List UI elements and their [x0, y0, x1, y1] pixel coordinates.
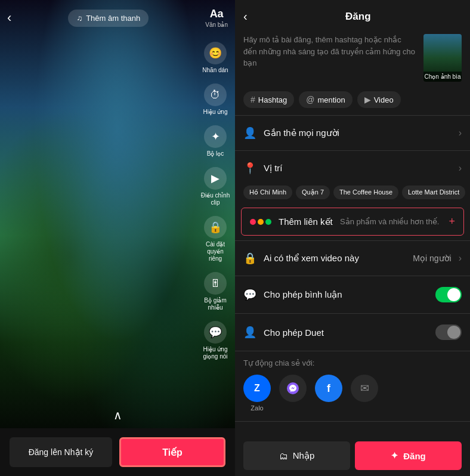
- tool-bo-loc[interactable]: ✦ Bộ lọc: [204, 125, 227, 157]
- tag-people-row[interactable]: 👤 Gắn thẻ mọi người ›: [235, 118, 470, 148]
- next-button[interactable]: Tiếp: [119, 437, 225, 467]
- cover-thumbnail[interactable]: Chọn ảnh bìa: [423, 34, 462, 82]
- bo-loc-icon: ✦: [204, 125, 227, 148]
- hashtag-label: Hashtag: [258, 95, 287, 104]
- arrow-right-icon-2: ›: [459, 163, 462, 174]
- left-bottom-bar: Đăng lên Nhật ký Tiếp: [0, 428, 235, 476]
- hieu-ung-giong-icon: 💬: [204, 321, 227, 344]
- duet-icon: 👤: [243, 326, 256, 339]
- tool-hieu-ung[interactable]: ⏱ Hiệu ứng: [203, 84, 228, 116]
- cai-dat-icon: 🔒: [204, 216, 227, 239]
- mention-chip[interactable]: @ mention: [299, 91, 352, 108]
- divider-2: [235, 150, 470, 151]
- tag-people-label: Gắn thẻ mọi người: [264, 128, 452, 138]
- music-icon: ♫: [76, 14, 82, 23]
- right-panel: ‹ Đăng Hãy mô tả bài đăng, thêm hashtag …: [235, 0, 470, 476]
- mention-icon: @: [306, 95, 314, 104]
- tool-nhan-dan[interactable]: 😊 Nhãn dán: [202, 42, 228, 74]
- share-icons-row: Z Zalo f ✉: [235, 370, 470, 419]
- location-row[interactable]: 📍 Vị trí ›: [235, 153, 470, 183]
- draft-label: Nhập: [293, 450, 315, 461]
- arrow-right-icon: ›: [459, 128, 462, 138]
- toggle-thumb: [447, 288, 460, 301]
- chip-hcm[interactable]: Hồ Chí Minh: [243, 186, 292, 199]
- add-audio-label: Thêm âm thanh: [86, 14, 140, 23]
- dot-green: [265, 219, 271, 225]
- text-tool-button[interactable]: Aa Văn bản: [205, 8, 228, 28]
- diary-button[interactable]: Đăng lên Nhật ký: [10, 437, 112, 467]
- video-preview: [0, 0, 235, 428]
- auto-share-label: Tự động chia sẻ với:: [235, 354, 470, 370]
- bo-giam-icon: 🎚: [204, 272, 227, 295]
- bo-loc-label: Bộ lọc: [207, 150, 224, 157]
- scroll-up-arrow[interactable]: ∧: [113, 408, 122, 422]
- post-button[interactable]: ✦ Đăng: [355, 441, 462, 470]
- toggle-off-thumb: [447, 326, 460, 339]
- zalo-icon: Z: [243, 375, 271, 402]
- tag-row: # Hashtag @ mention ▶ Video: [235, 86, 470, 113]
- chip-lotte[interactable]: Lotte Mart District: [402, 186, 465, 199]
- allow-comments-row: 💬 Cho phép bình luận: [235, 279, 470, 311]
- left-top-bar: ‹ ♫ Thêm âm thanh Aa Văn bản: [0, 0, 235, 36]
- link-dots: [250, 219, 271, 225]
- video-icon: ▶: [364, 95, 371, 104]
- save-icon: 🗂: [279, 451, 288, 461]
- video-background: [0, 0, 235, 428]
- nhan-dan-label: Nhãn dán: [202, 67, 228, 74]
- zalo-label: Zalo: [251, 404, 263, 412]
- hashtag-chip[interactable]: # Hashtag: [243, 91, 294, 108]
- right-header: ‹ Đăng: [235, 0, 470, 29]
- tool-dieu-chinh[interactable]: ▶ Điều chỉnh clip: [200, 167, 230, 206]
- add-link-row[interactable]: Thêm liên kết Sản phẩm và nhiều hơn thế.…: [241, 208, 464, 236]
- divider-7: [235, 421, 470, 422]
- chip-q7[interactable]: Quận 7: [296, 186, 330, 199]
- allow-comments-label: Cho phép bình luận: [264, 289, 428, 300]
- divider-4: [235, 276, 470, 276]
- svg-point-0: [287, 382, 299, 394]
- back-button-left[interactable]: ‹: [7, 10, 11, 26]
- who-can-view-value: Mọi người: [413, 254, 451, 263]
- duet-toggle[interactable]: [435, 324, 462, 340]
- location-icon: 📍: [243, 162, 256, 175]
- dot-orange: [258, 219, 264, 225]
- video-label: Video: [374, 95, 394, 104]
- who-can-view-row[interactable]: 🔒 Ai có thể xem video này Mọi người ›: [235, 243, 470, 273]
- post-icon: ✦: [391, 450, 398, 461]
- bo-giam-label: Bộ giảm nhiễu: [200, 297, 230, 311]
- location-label: Vị trí: [264, 163, 452, 174]
- hieu-ung-label: Hiệu ứng: [203, 109, 228, 116]
- link-plus-icon: +: [449, 215, 455, 228]
- share-message[interactable]: ✉: [351, 375, 378, 412]
- cover-label: Chọn ảnh bìa: [423, 72, 462, 82]
- back-button-right[interactable]: ‹: [243, 10, 248, 23]
- tool-hieu-ung-giong[interactable]: 💬 Hiệu ứng giọng nói: [200, 321, 230, 360]
- divider-5: [235, 313, 470, 314]
- share-messenger[interactable]: [279, 375, 307, 412]
- tool-cai-dat[interactable]: 🔒 Cài đặt quyền riêng: [200, 216, 230, 262]
- comments-toggle[interactable]: [435, 287, 462, 302]
- divider-3: [235, 240, 470, 241]
- nhan-dan-icon: 😊: [204, 42, 227, 64]
- share-zalo[interactable]: Z Zalo: [243, 375, 271, 412]
- description-placeholder[interactable]: Hãy mô tả bài đăng, thêm hashtag hoặc nh…: [243, 34, 416, 82]
- arrow-right-icon-3: ›: [459, 253, 462, 264]
- dieu-chinh-icon: ▶: [204, 167, 227, 190]
- description-area: Hãy mô tả bài đăng, thêm hashtag hoặc nh…: [235, 29, 470, 86]
- add-audio-button[interactable]: ♫ Thêm âm thanh: [68, 10, 149, 27]
- hieu-ung-icon: ⏱: [204, 84, 227, 106]
- left-panel: ‹ ♫ Thêm âm thanh Aa Văn bản 😊 Nhãn dán …: [0, 0, 235, 476]
- share-facebook[interactable]: f: [315, 375, 342, 412]
- hieu-ung-giong-label: Hiệu ứng giọng nói: [200, 346, 230, 360]
- post-label: Đăng: [403, 451, 426, 461]
- dieu-chinh-label: Điều chỉnh clip: [200, 192, 230, 206]
- comment-icon: 💬: [243, 288, 256, 301]
- who-can-view-label: Ai có thể xem video này: [264, 253, 406, 264]
- message-icon: ✉: [351, 375, 378, 402]
- video-chip[interactable]: ▶ Video: [357, 91, 401, 108]
- draft-button[interactable]: 🗂 Nhập: [243, 441, 350, 470]
- chip-coffee[interactable]: The Coffee House: [333, 186, 398, 199]
- divider-6: [235, 351, 470, 351]
- person-icon: 👤: [243, 126, 256, 140]
- lock-icon: 🔒: [243, 252, 256, 265]
- tool-bo-giam[interactable]: 🎚 Bộ giảm nhiễu: [200, 272, 230, 311]
